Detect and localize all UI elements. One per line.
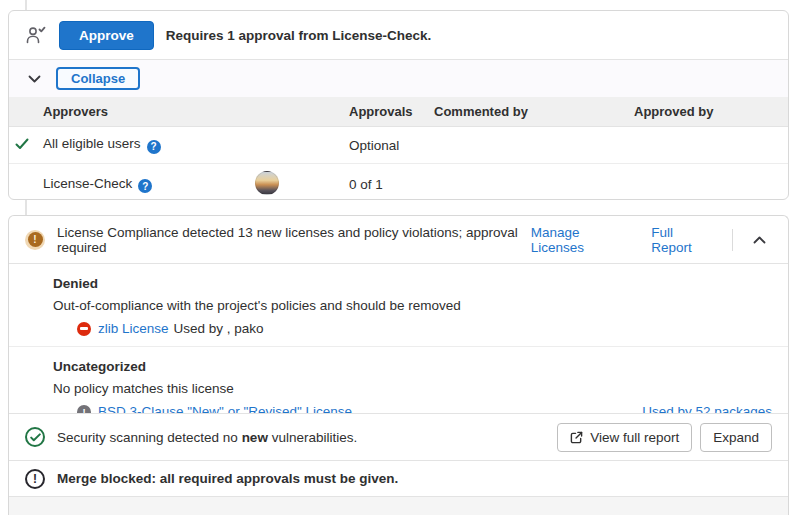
manage-licenses-link[interactable]: Manage Licenses [531, 225, 625, 255]
security-scanning-row: Security scanning detected no new vulner… [9, 413, 788, 460]
expand-button[interactable]: Expand [700, 423, 772, 452]
used-by-link[interactable]: Used by 52 packages [642, 404, 772, 413]
table-row: All eligible users? Optional [9, 127, 788, 164]
approved-by-cell [634, 127, 788, 164]
table-row: License-Check? 0 of 1 [9, 164, 788, 201]
discussion-timeline-line [25, 200, 27, 215]
help-icon[interactable]: ? [147, 140, 161, 154]
header-approvals: Approvals [349, 97, 434, 127]
mr-reports-widget: ! License Compliance detected 13 new lic… [8, 215, 789, 515]
license-name-link[interactable]: BSD 3-Clause "New" or "Revised" License [98, 404, 352, 413]
approve-row: Approve Requires 1 approval from License… [9, 11, 788, 59]
approve-button[interactable]: Approve [59, 21, 154, 50]
approver-name-cell: License-Check? [43, 164, 241, 201]
license-group-description: No policy matches this license [53, 381, 772, 396]
license-group-description: Out-of-compliance with the project's pol… [53, 298, 772, 313]
chevron-down-icon[interactable] [28, 75, 41, 83]
license-compliance-actions: Manage Licenses Full Report [531, 225, 710, 255]
collapse-button[interactable]: Collapse [56, 67, 140, 90]
security-summary-text: Security scanning detected no new vulner… [57, 430, 545, 445]
rule-status-cell [9, 164, 43, 201]
approver-name: License-Check [43, 176, 132, 191]
chevron-up-icon [753, 236, 766, 244]
widget-footer [9, 496, 788, 515]
discussion-timeline-line [25, 0, 27, 10]
help-icon[interactable]: ? [138, 179, 152, 193]
license-group-denied: Denied Out-of-compliance with the projec… [9, 264, 788, 346]
view-full-report-button[interactable]: View full report [557, 423, 692, 452]
collapse-section-button[interactable] [747, 234, 772, 246]
approvers-table: Approvers Approvals Commented by Approve… [9, 97, 788, 200]
avatar[interactable] [255, 171, 279, 195]
collapse-bar: Collapse [9, 59, 788, 97]
rule-approved-cell [9, 127, 43, 164]
denied-icon [77, 322, 91, 336]
success-circle-check-icon [25, 427, 45, 447]
approver-name-cell: All eligible users? [43, 127, 241, 164]
commented-by-cell [434, 127, 634, 164]
license-name-link[interactable]: zlib License [98, 321, 169, 336]
approvals-count-cell: Optional [349, 127, 434, 164]
header-commented-by: Commented by [434, 97, 634, 127]
exclamation-icon: ! [28, 232, 43, 247]
merge-blocked-text: Merge blocked: all required approvals mu… [57, 471, 398, 486]
header-approved-by: Approved by [634, 97, 788, 127]
approvals-count-cell: 0 of 1 [349, 164, 434, 201]
approver-avatars-cell [241, 127, 349, 164]
license-report-body: Denied Out-of-compliance with the projec… [9, 263, 788, 413]
merge-blocked-row: ! Merge blocked: all required approvals … [9, 460, 788, 496]
approvals-widget: Approve Requires 1 approval from License… [8, 10, 789, 200]
info-icon: ! [77, 405, 91, 414]
table-header-row: Approvers Approvals Commented by Approve… [9, 97, 788, 127]
warning-status-icon: ! [25, 230, 45, 250]
license-used-by-text: Used by , pako [174, 321, 264, 336]
user-check-icon [25, 25, 47, 45]
header-icon-spacer [9, 97, 43, 127]
full-report-link[interactable]: Full Report [651, 225, 710, 255]
approver-avatars-cell [241, 164, 349, 201]
license-group-title: Denied [53, 276, 772, 291]
license-group-uncategorized: Uncategorized No policy matches this lic… [9, 346, 788, 413]
approval-requirement-text: Requires 1 approval from License-Check. [166, 28, 432, 43]
license-item: zlib LicenseUsed by , pako [53, 321, 772, 336]
alert-circle-icon: ! [25, 469, 45, 489]
license-item: ! BSD 3-Clause "New" or "Revised" Licens… [53, 404, 772, 413]
license-group-title: Uncategorized [53, 359, 772, 374]
divider [732, 229, 733, 251]
external-link-icon [570, 431, 583, 444]
check-icon [15, 138, 29, 153]
header-approvers: Approvers [43, 97, 349, 127]
commented-by-cell [434, 164, 634, 201]
approved-by-cell [634, 164, 788, 201]
approver-name: All eligible users [43, 136, 141, 151]
license-compliance-summary: License Compliance detected 13 new licen… [57, 225, 523, 255]
license-compliance-header: ! License Compliance detected 13 new lic… [9, 216, 788, 263]
